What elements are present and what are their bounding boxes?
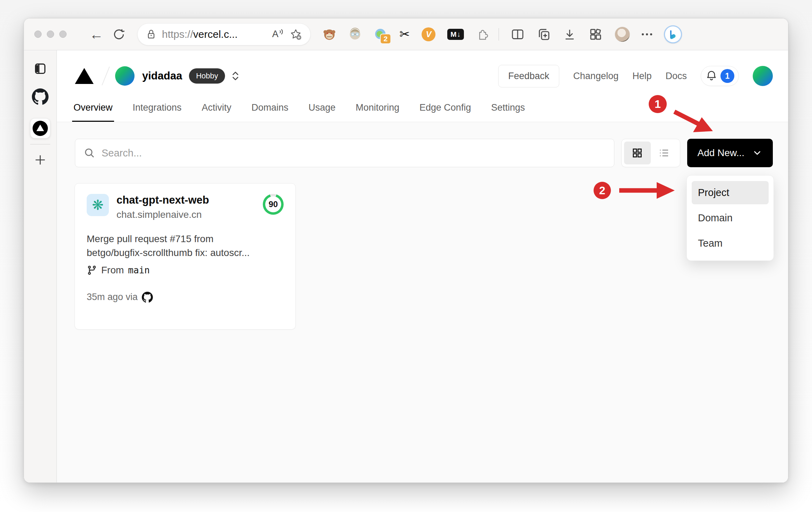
- search-input[interactable]: [102, 147, 606, 159]
- extensions-puzzle-icon[interactable]: [476, 27, 490, 41]
- new-tab-icon[interactable]: [33, 153, 47, 167]
- score-value: 90: [265, 196, 281, 212]
- extensions-area: 2 ✂ V M↓: [322, 27, 490, 41]
- deploy-time: 35m ago via: [87, 292, 138, 302]
- markdown-extension-icon[interactable]: M↓: [447, 29, 464, 40]
- address-bar[interactable]: https://vercel.c... A: [137, 23, 311, 45]
- grid-view-button[interactable]: [624, 142, 651, 164]
- traffic-lights: [34, 31, 67, 38]
- bell-icon: [705, 70, 718, 82]
- tab-settings[interactable]: Settings: [490, 102, 526, 122]
- tab-usage[interactable]: Usage: [307, 102, 337, 122]
- dashboard-tabs: Overview Integrations Activity Domains U…: [72, 102, 526, 122]
- project-name[interactable]: chat-gpt-next-web: [116, 194, 263, 206]
- plan-badge: Hobby: [189, 68, 225, 84]
- menu-item-domain[interactable]: Domain: [692, 206, 769, 230]
- grandma-extension-icon[interactable]: [348, 27, 362, 41]
- bing-chat-icon[interactable]: [664, 25, 682, 43]
- commit-line-1: Merge pull request #715 from: [87, 232, 284, 246]
- branch-name: main: [128, 265, 150, 275]
- breadcrumb-slash: [102, 67, 110, 86]
- changelog-link[interactable]: Changelog: [573, 71, 619, 82]
- view-toggle: [621, 139, 680, 167]
- team-avatar: [115, 66, 135, 86]
- grid-view-icon: [631, 147, 643, 159]
- vercel-logo[interactable]: [75, 68, 94, 84]
- search-icon: [84, 147, 95, 159]
- browser-toolbar: ← https://vercel.c... A: [24, 18, 788, 50]
- add-new-label: Add New...: [698, 147, 744, 159]
- toolbar-right-icons: [511, 25, 682, 43]
- markdown-extension-label: M↓: [450, 30, 461, 38]
- url-host: vercel.c...: [193, 28, 237, 40]
- apps-launcher-icon[interactable]: [588, 27, 603, 42]
- sidebar-divider: [30, 144, 50, 145]
- list-view-icon: [658, 147, 670, 159]
- add-favorite-icon[interactable]: [290, 28, 302, 41]
- menu-item-team[interactable]: Team: [692, 232, 769, 255]
- scissors-extension-icon[interactable]: ✂: [399, 27, 410, 41]
- add-new-dropdown: Project Domain Team: [686, 175, 774, 261]
- back-icon[interactable]: ←: [89, 27, 103, 41]
- tampermonkey-icon[interactable]: [322, 27, 336, 41]
- team-name[interactable]: yidadaa: [142, 70, 182, 82]
- more-menu-icon[interactable]: [642, 33, 652, 35]
- notifications-button[interactable]: 1: [701, 66, 739, 86]
- github-sidebar-icon[interactable]: [32, 88, 49, 105]
- browser-window: ← https://vercel.c... A: [24, 18, 788, 483]
- project-domain[interactable]: chat.simplenaive.cn: [116, 209, 263, 220]
- git-branch-icon: [87, 265, 97, 275]
- url-scheme: https://: [162, 28, 193, 40]
- commit-message: Merge pull request #715 from betgo/bugfi…: [87, 232, 284, 260]
- lock-icon[interactable]: [146, 28, 156, 40]
- user-avatar[interactable]: [753, 66, 773, 86]
- collections-add-icon[interactable]: [536, 27, 551, 42]
- team-switcher-icon[interactable]: [231, 70, 240, 82]
- vercel-sidebar-tab[interactable]: [30, 118, 50, 138]
- vertical-tabs-icon[interactable]: [34, 62, 47, 75]
- v-extension-icon[interactable]: V: [422, 27, 435, 41]
- read-aloud-letter: A: [272, 29, 278, 40]
- tab-domains[interactable]: Domains: [250, 102, 290, 122]
- openai-project-icon: ❋: [87, 194, 109, 216]
- minimize-window-button[interactable]: [47, 31, 54, 38]
- window-body: yidadaa Hobby Feedback Changelog Help Do…: [24, 50, 788, 483]
- vercel-header: yidadaa Hobby Feedback Changelog Help Do…: [57, 50, 788, 122]
- score-ring[interactable]: 90: [263, 194, 284, 215]
- list-view-button[interactable]: [651, 142, 677, 164]
- split-screen-icon[interactable]: [511, 27, 525, 41]
- docs-link[interactable]: Docs: [665, 71, 687, 82]
- tab-monitoring[interactable]: Monitoring: [354, 102, 401, 122]
- project-search: [75, 139, 614, 167]
- commit-line-2: betgo/bugfix-scrollthumb fix: autoscr...: [87, 246, 284, 260]
- add-new-button[interactable]: Add New...: [687, 139, 773, 167]
- close-window-button[interactable]: [34, 31, 42, 38]
- tab-edge-config[interactable]: Edge Config: [418, 102, 473, 122]
- url-text[interactable]: https://vercel.c...: [162, 28, 267, 40]
- vercel-page: yidadaa Hobby Feedback Changelog Help Do…: [57, 50, 788, 483]
- zoom-window-button[interactable]: [59, 31, 67, 38]
- toolbar-divider: [499, 28, 499, 41]
- feedback-button[interactable]: Feedback: [498, 65, 560, 87]
- help-link[interactable]: Help: [632, 71, 652, 82]
- v-extension-label: V: [426, 29, 431, 39]
- vercel-icon: [33, 121, 48, 136]
- github-icon: [142, 292, 153, 303]
- tab-integrations[interactable]: Integrations: [131, 102, 183, 122]
- menu-item-project[interactable]: Project: [692, 181, 769, 204]
- browser-profile-avatar[interactable]: [615, 27, 630, 42]
- chevron-down-icon: [752, 148, 762, 158]
- dashboard-body: Add New... ❋ chat-gpt-next-web chat.simp…: [57, 122, 788, 483]
- tab-group-extension-icon[interactable]: 2: [374, 27, 388, 41]
- project-card[interactable]: ❋ chat-gpt-next-web chat.simplenaive.cn …: [75, 183, 296, 330]
- reload-icon[interactable]: [112, 28, 126, 41]
- tab-group-badge: 2: [380, 34, 391, 44]
- notification-count-badge: 1: [720, 69, 734, 83]
- tab-overview[interactable]: Overview: [72, 102, 114, 122]
- downloads-icon[interactable]: [563, 27, 577, 41]
- edge-sidebar: [24, 50, 57, 483]
- tab-activity[interactable]: Activity: [200, 102, 233, 122]
- branch-from-label: From: [101, 265, 124, 276]
- read-aloud-icon[interactable]: A: [272, 29, 284, 40]
